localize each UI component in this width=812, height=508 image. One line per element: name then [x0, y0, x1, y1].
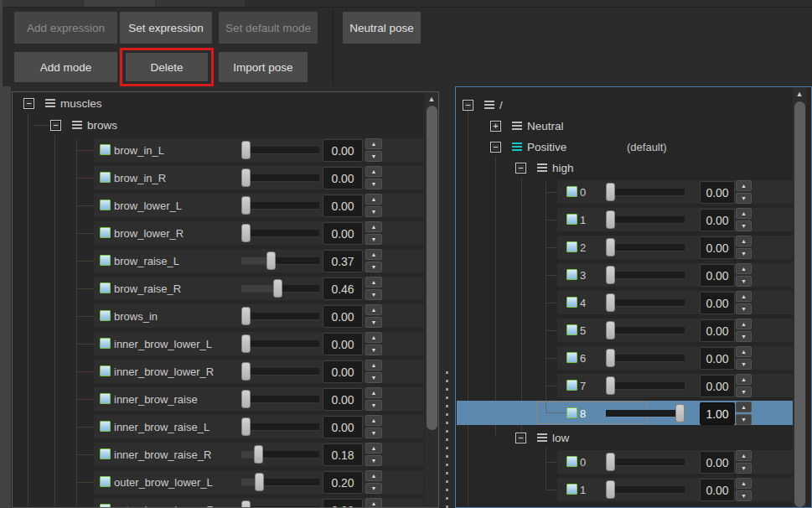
slider-handle[interactable]: [241, 307, 251, 325]
spin-up-button[interactable]: ▲: [736, 450, 752, 461]
slider-handle[interactable]: [606, 321, 615, 340]
value-spinbox[interactable]: 0.00: [700, 347, 735, 370]
value-spinbox[interactable]: 0.00: [700, 375, 735, 397]
item-label[interactable]: outer_brow_lower_R: [114, 498, 215, 508]
spin-up-button[interactable]: ▲: [365, 387, 382, 398]
slider-track[interactable]: [606, 355, 685, 361]
spin-down-button[interactable]: ▼: [736, 248, 752, 259]
slider-handle[interactable]: [273, 279, 282, 298]
slider-track[interactable]: [241, 230, 319, 236]
item-label[interactable]: inner_brow_raise_R: [114, 443, 211, 466]
slider-handle[interactable]: [241, 500, 251, 508]
spin-down-button[interactable]: ▼: [365, 428, 382, 438]
item-label[interactable]: brow_raise_L: [114, 249, 179, 272]
item-label[interactable]: 5: [580, 319, 586, 342]
value-spinbox[interactable]: 0.46: [323, 277, 363, 300]
low-group-label[interactable]: low: [552, 429, 569, 446]
delete-button[interactable]: Delete: [126, 53, 208, 81]
item-label[interactable]: outer_brow_lower_L: [114, 470, 213, 494]
spin-down-button[interactable]: ▼: [365, 345, 382, 355]
spin-down-button[interactable]: ▼: [365, 455, 382, 466]
slider-track[interactable]: [606, 189, 685, 195]
spin-up-button[interactable]: ▲: [736, 236, 752, 246]
scrollbar-thumb[interactable]: [427, 106, 437, 430]
slider-handle[interactable]: [241, 196, 251, 215]
spin-down-button[interactable]: ▼: [736, 331, 752, 342]
enabled-checkbox-icon[interactable]: [100, 172, 111, 183]
enabled-checkbox-icon[interactable]: [100, 283, 111, 293]
slider-handle[interactable]: [254, 445, 263, 464]
enabled-checkbox-icon[interactable]: [100, 338, 111, 349]
enabled-checkbox-icon[interactable]: [100, 365, 111, 376]
slider-track[interactable]: [606, 299, 685, 306]
item-label[interactable]: 7: [580, 374, 586, 397]
tab-segment-active[interactable]: [84, 0, 155, 7]
slider-track[interactable]: [241, 174, 319, 181]
slider-handle[interactable]: [241, 141, 251, 159]
brows-group-label[interactable]: brows: [87, 117, 117, 133]
spin-up-button[interactable]: ▲: [736, 346, 752, 357]
value-spinbox[interactable]: 0.00: [323, 305, 363, 328]
item-label[interactable]: 0: [580, 180, 586, 204]
item-label[interactable]: 4: [580, 291, 586, 314]
spin-up-button[interactable]: ▲: [365, 277, 382, 288]
spin-down-button[interactable]: ▼: [365, 151, 382, 162]
neutral-node-label[interactable]: Neutral: [527, 117, 564, 134]
enabled-checkbox-icon[interactable]: [100, 255, 111, 266]
spin-up-button[interactable]: ▲: [365, 415, 382, 426]
spin-up-button[interactable]: ▲: [365, 498, 382, 508]
spin-down-button[interactable]: ▼: [736, 386, 752, 397]
item-label[interactable]: brow_in_L: [114, 138, 164, 162]
enabled-checkbox-icon[interactable]: [100, 227, 111, 238]
spin-up-button[interactable]: ▲: [365, 194, 382, 205]
spin-down-button[interactable]: ▼: [736, 359, 752, 370]
enabled-checkbox-icon[interactable]: [100, 448, 111, 459]
spin-up-button[interactable]: ▲: [365, 332, 382, 343]
item-label[interactable]: brow_in_R: [114, 166, 166, 189]
slider-track[interactable]: [606, 272, 685, 278]
slider-handle[interactable]: [606, 376, 615, 395]
neutral-pose-button[interactable]: Neutral pose: [343, 12, 421, 44]
value-spinbox[interactable]: 0.00: [700, 319, 735, 342]
value-spinbox[interactable]: 0.00: [700, 236, 735, 259]
item-label[interactable]: 0: [580, 450, 586, 474]
value-spinbox[interactable]: 0.00: [323, 167, 363, 189]
positive-node-label[interactable]: Positive: [527, 138, 566, 155]
spin-down-button[interactable]: ▼: [736, 276, 752, 287]
spin-up-button[interactable]: ▲: [736, 291, 752, 302]
slider-track[interactable]: [241, 202, 319, 209]
spin-down-button[interactable]: ▼: [365, 234, 382, 245]
enabled-checkbox-icon[interactable]: [100, 421, 111, 432]
value-spinbox[interactable]: 0.00: [700, 209, 735, 231]
spin-down-button[interactable]: ▼: [365, 179, 382, 189]
slider-handle[interactable]: [241, 362, 251, 381]
item-label[interactable]: brow_lower_R: [114, 221, 184, 245]
slider-handle[interactable]: [241, 334, 251, 353]
slider-track[interactable]: [241, 147, 319, 153]
spin-up-button[interactable]: ▲: [736, 208, 752, 219]
tree-expander-icon[interactable]: −: [515, 433, 526, 443]
enabled-checkbox-icon[interactable]: [100, 310, 111, 321]
tab-segment[interactable]: [3, 0, 83, 7]
spin-up-button[interactable]: ▲: [365, 166, 382, 177]
slider-handle[interactable]: [606, 183, 615, 201]
item-label[interactable]: brow_raise_R: [114, 277, 181, 300]
value-spinbox[interactable]: 0.00: [323, 222, 363, 245]
enabled-checkbox-icon[interactable]: [566, 380, 577, 391]
enabled-checkbox-icon[interactable]: [566, 324, 577, 335]
spin-down-button[interactable]: ▼: [365, 262, 382, 272]
spin-up-button[interactable]: ▲: [365, 221, 382, 232]
value-spinbox[interactable]: 0.37: [323, 250, 363, 272]
panel-splitter-handle[interactable]: [446, 371, 448, 508]
enabled-checkbox-icon[interactable]: [566, 456, 577, 467]
scrollbar-thumb[interactable]: [794, 101, 805, 507]
slider-track[interactable]: [606, 486, 685, 493]
enabled-checkbox-icon[interactable]: [566, 407, 577, 418]
tree-expander-icon[interactable]: −: [23, 98, 34, 109]
set-default-mode-button[interactable]: Set default mode: [219, 12, 318, 44]
enabled-checkbox-icon[interactable]: [566, 297, 577, 308]
tree-expander-icon[interactable]: +: [490, 121, 501, 132]
enabled-checkbox-icon[interactable]: [100, 200, 111, 210]
scrollbar-up-button[interactable]: ▲: [425, 93, 438, 105]
spin-up-button[interactable]: ▲: [365, 360, 382, 371]
